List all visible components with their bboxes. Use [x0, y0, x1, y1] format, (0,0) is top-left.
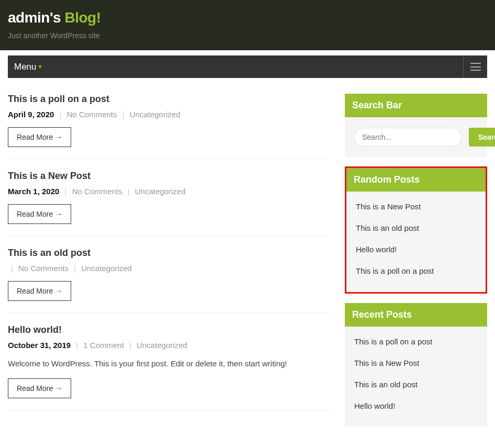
menu-item-home[interactable]: Menu▼: [8, 55, 49, 78]
post-meta: | No Comments | Uncategorized: [8, 264, 329, 273]
post: This is an old post | No Comments | Unca…: [8, 248, 329, 313]
post-title[interactable]: This is a New Post: [8, 171, 329, 182]
menu-label: Menu: [14, 62, 37, 72]
list-item[interactable]: This is an old post: [356, 217, 476, 239]
widget-title: Random Posts: [346, 168, 486, 192]
search-widget: Search Bar Search: [345, 94, 487, 157]
recent-posts-list: This is a poll on a post This is a New P…: [354, 337, 478, 417]
meta-separator: |: [60, 110, 62, 119]
random-posts-widget: Random Posts This is a New Post This is …: [346, 168, 486, 292]
chevron-down-icon: ▼: [38, 64, 43, 70]
recent-posts-widget: Recent Posts This is a poll on a post Th…: [345, 303, 487, 427]
content-container: This is a poll on a post April 9, 2020 |…: [0, 78, 495, 447]
hamburger-button[interactable]: [463, 55, 487, 78]
site-title[interactable]: admin's Blog!: [8, 9, 487, 26]
post-comments-link[interactable]: No Comments: [67, 110, 117, 119]
meta-separator: |: [11, 264, 13, 273]
read-more-button[interactable]: Read More →: [8, 127, 71, 147]
widget-body: This is a New Post This is an old post H…: [346, 192, 486, 292]
post-title[interactable]: This is a poll on a post: [8, 94, 329, 105]
post-title[interactable]: Hello world!: [8, 324, 329, 335]
post-category-link[interactable]: Uncategorized: [135, 187, 186, 196]
random-posts-list: This is a New Post This is an old post H…: [356, 202, 476, 282]
read-more-button[interactable]: Read More →: [8, 281, 71, 301]
meta-separator: |: [129, 341, 131, 350]
search-input[interactable]: [354, 128, 462, 147]
widget-body: Search: [345, 117, 487, 157]
list-item[interactable]: This is a poll on a post: [354, 337, 478, 352]
arrow-right-icon: →: [55, 384, 62, 393]
list-item[interactable]: Hello world!: [354, 395, 478, 417]
list-item[interactable]: This is a poll on a post: [356, 260, 476, 282]
hamburger-icon: [470, 63, 481, 71]
site-header: admin's Blog! Just another WordPress sit…: [0, 0, 495, 50]
post-meta: April 9, 2020 | No Comments | Uncategori…: [8, 110, 329, 119]
widget-title: Search Bar: [345, 94, 487, 117]
post: This is a New Post March 1, 2020 | No Co…: [8, 171, 329, 236]
meta-separator: |: [76, 341, 78, 350]
arrow-right-icon: →: [55, 210, 62, 218]
widget-title: Recent Posts: [345, 303, 487, 327]
post-title[interactable]: This is an old post: [8, 248, 329, 259]
list-item[interactable]: This is a New Post: [356, 202, 476, 217]
arrow-right-icon: →: [55, 287, 62, 295]
post-comments-link[interactable]: No Comments: [18, 264, 69, 273]
list-item[interactable]: Hello world!: [356, 239, 476, 260]
read-more-label: Read More: [17, 133, 53, 141]
list-item[interactable]: This is a New Post: [354, 352, 478, 374]
site-title-prefix: admin's: [8, 9, 64, 26]
meta-separator: |: [122, 110, 125, 119]
site-tagline: Just another WordPress site: [8, 31, 487, 40]
post: This is a poll on a post April 9, 2020 |…: [8, 94, 329, 159]
meta-separator: |: [128, 187, 130, 196]
post-date: October 31, 2019: [8, 341, 71, 350]
post-comments-link[interactable]: 1 Comment: [83, 341, 124, 350]
arrow-right-icon: →: [55, 133, 62, 141]
site-title-accent: Blog!: [64, 9, 100, 26]
main-column: This is a poll on a post April 9, 2020 |…: [8, 94, 329, 436]
post-comments-link[interactable]: No Comments: [72, 187, 122, 196]
post: Hello world! October 31, 2019 | 1 Commen…: [8, 324, 329, 410]
post-category-link[interactable]: Uncategorized: [130, 110, 181, 119]
highlighted-widget-box: Random Posts This is a New Post This is …: [345, 166, 487, 294]
post-category-link[interactable]: Uncategorized: [137, 341, 187, 350]
post-meta: October 31, 2019 | 1 Comment | Uncategor…: [8, 341, 329, 350]
post-date: April 9, 2020: [8, 110, 54, 119]
post-excerpt: Welcome to WordPress. This is your first…: [8, 358, 329, 370]
meta-separator: |: [74, 264, 76, 273]
search-button[interactable]: Search: [469, 128, 495, 147]
main-nav: Menu▼: [8, 55, 487, 78]
sidebar: Search Bar Search Random Posts This is a…: [345, 94, 487, 436]
read-more-label: Read More: [17, 384, 53, 393]
list-item[interactable]: This is an old post: [354, 374, 478, 395]
post-meta: March 1, 2020 | No Comments | Uncategori…: [8, 187, 329, 196]
meta-separator: |: [65, 187, 67, 196]
widget-body: This is a poll on a post This is a New P…: [345, 327, 487, 427]
read-more-button[interactable]: Read More →: [8, 204, 71, 224]
read-more-label: Read More: [17, 210, 53, 218]
read-more-label: Read More: [17, 287, 53, 295]
post-date: March 1, 2020: [8, 187, 59, 196]
post-category-link[interactable]: Uncategorized: [81, 264, 132, 273]
read-more-button[interactable]: Read More →: [8, 378, 71, 398]
